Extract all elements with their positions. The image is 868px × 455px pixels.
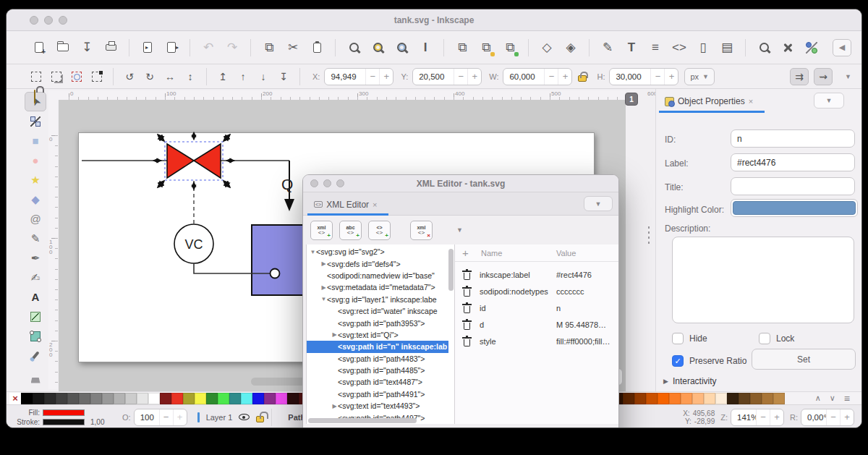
w-minus-button[interactable]: − bbox=[544, 69, 558, 85]
icon-preview-button[interactable]: I bbox=[414, 37, 436, 59]
fill-swatch[interactable] bbox=[43, 409, 85, 416]
palette-swatch[interactable] bbox=[171, 393, 183, 404]
import-document-button[interactable] bbox=[137, 37, 158, 59]
palette-swatch[interactable] bbox=[739, 393, 750, 404]
selection-box-toggle-button[interactable] bbox=[88, 68, 106, 85]
palette-swatch[interactable] bbox=[252, 393, 264, 404]
minimize-button[interactable] bbox=[323, 179, 331, 187]
palette-swatch[interactable] bbox=[715, 393, 727, 404]
tab-xml-editor[interactable]: <> XML Editor × bbox=[307, 195, 384, 213]
lower-button[interactable]: ↓ bbox=[254, 68, 273, 85]
palette-menu-icon[interactable]: ≡ bbox=[844, 393, 850, 404]
close-tab-icon[interactable]: × bbox=[749, 97, 753, 106]
zoom-window-button[interactable] bbox=[336, 179, 344, 187]
raise-button[interactable]: ↑ bbox=[234, 68, 252, 85]
palette-swatch[interactable] bbox=[195, 393, 206, 404]
xml-tree-node[interactable]: <sodipodi:namedview id="base" bbox=[307, 270, 448, 281]
palette-swatch[interactable] bbox=[33, 393, 44, 404]
redo-button[interactable]: ↷ bbox=[221, 37, 243, 59]
palette-swatch[interactable] bbox=[114, 393, 125, 404]
h-plus-button[interactable]: + bbox=[664, 69, 678, 85]
palette-swatch[interactable] bbox=[241, 393, 252, 404]
xml-tree-node[interactable]: ▶<svg:defs id="defs4"> bbox=[307, 258, 448, 269]
attribute-value[interactable]: #rect4476 bbox=[556, 271, 592, 279]
xml-tree-node[interactable]: ▶<svg:text id="Qi"> bbox=[307, 329, 448, 341]
xml-tree-node[interactable]: <svg:path id="path4483"> bbox=[307, 353, 448, 365]
w-plus-button[interactable]: + bbox=[558, 69, 571, 85]
palette-scroll-down-icon[interactable]: ∨ bbox=[830, 394, 835, 403]
snap-controls-button[interactable] bbox=[801, 37, 822, 59]
palette-swatch[interactable] bbox=[669, 393, 681, 404]
palette-scroll-up-icon[interactable]: ∧ bbox=[815, 394, 821, 403]
x-input[interactable] bbox=[325, 72, 365, 81]
unit-selector[interactable]: px▼ bbox=[684, 68, 715, 85]
delete-attribute-icon[interactable] bbox=[464, 323, 470, 330]
set-button[interactable]: Set bbox=[752, 349, 856, 370]
attribute-value[interactable]: M 95.44878… bbox=[556, 320, 606, 329]
xml-dock-menu-button[interactable]: ▼ bbox=[584, 196, 613, 211]
sensor-node[interactable] bbox=[271, 269, 280, 278]
delete-attribute-icon[interactable] bbox=[464, 339, 470, 346]
palette-swatch[interactable] bbox=[704, 393, 715, 404]
attribute-row[interactable]: dM 95.44878… bbox=[455, 318, 618, 334]
tree-vertical-scrollbar[interactable] bbox=[448, 249, 454, 291]
stroke-swatch[interactable] bbox=[43, 419, 85, 425]
id-input[interactable] bbox=[731, 129, 855, 148]
move-transform-toggle-2[interactable]: ⇝ bbox=[814, 68, 833, 85]
layer-visibility-icon[interactable] bbox=[239, 414, 250, 420]
find-replace-button[interactable] bbox=[753, 37, 775, 59]
opacity-minus-button[interactable]: − bbox=[159, 409, 173, 425]
attribute-name[interactable]: id bbox=[480, 304, 486, 312]
select-all-button[interactable] bbox=[27, 68, 46, 85]
duplicate-node-button[interactable]: <><>+ bbox=[368, 221, 391, 240]
palette-swatch[interactable] bbox=[218, 393, 229, 404]
dropper-tool[interactable] bbox=[25, 346, 46, 365]
delete-attribute-icon[interactable] bbox=[464, 289, 470, 297]
h-input[interactable] bbox=[610, 72, 650, 81]
rotate-cw-button[interactable]: ↻ bbox=[140, 68, 159, 85]
q-label[interactable]: Q bbox=[281, 176, 293, 192]
close-tab-icon[interactable]: × bbox=[373, 200, 377, 209]
minimize-button[interactable] bbox=[44, 16, 53, 25]
deselect-button[interactable] bbox=[67, 68, 86, 85]
unlink-clone-button[interactable]: ⧉ bbox=[499, 37, 521, 59]
palette-swatch[interactable] bbox=[762, 393, 773, 404]
xml-tree-node[interactable]: <svg:path id="path4485"> bbox=[307, 365, 448, 376]
zoom-drawing-button[interactable] bbox=[367, 37, 388, 59]
zoom-input[interactable] bbox=[731, 413, 756, 422]
palette-swatch[interactable] bbox=[21, 393, 33, 404]
calligraphy-tool[interactable]: ✍ bbox=[25, 268, 46, 287]
opacity-plus-button[interactable]: + bbox=[173, 409, 187, 425]
valve-left-triangle[interactable] bbox=[167, 144, 194, 178]
palette-swatch[interactable] bbox=[206, 393, 218, 404]
palette-swatch[interactable] bbox=[160, 393, 171, 404]
attribute-name[interactable]: d bbox=[480, 320, 484, 329]
rotation-plus-button[interactable]: + bbox=[840, 409, 854, 425]
node-tool[interactable] bbox=[25, 111, 46, 131]
lock-ratio-icon[interactable] bbox=[578, 75, 587, 82]
align-distribute-dialog-button[interactable]: ≡ bbox=[644, 37, 666, 59]
no-color-swatch[interactable]: × bbox=[9, 393, 21, 404]
box3d-tool[interactable]: ◆ bbox=[25, 190, 46, 209]
attribute-value[interactable]: fill:#ff0000;fill… bbox=[556, 337, 610, 346]
attribute-value[interactable]: n bbox=[556, 304, 561, 312]
new-element-node-button[interactable]: xml<>+ bbox=[310, 221, 333, 240]
zoom-minus-button[interactable]: − bbox=[756, 409, 770, 425]
expander-open-icon[interactable]: ▼ bbox=[320, 296, 327, 302]
xml-editor-dialog-button[interactable]: <> bbox=[668, 37, 690, 59]
select-all-layers-button[interactable] bbox=[47, 68, 66, 85]
rotation-minus-button[interactable]: − bbox=[826, 409, 840, 425]
document-properties-dialog-button[interactable]: ▯ bbox=[692, 37, 714, 59]
layers-dialog-button[interactable]: ▤ bbox=[716, 37, 738, 59]
zoom-window-button[interactable] bbox=[59, 16, 67, 25]
palette-swatch[interactable] bbox=[634, 393, 646, 404]
hide-checkbox[interactable] bbox=[672, 333, 684, 344]
palette-swatch[interactable] bbox=[229, 393, 241, 404]
title-input[interactable] bbox=[731, 177, 855, 195]
palette-swatch[interactable] bbox=[67, 393, 79, 404]
delete-attribute-icon[interactable] bbox=[464, 306, 470, 313]
label-input[interactable] bbox=[731, 153, 855, 171]
xml-toolbar-overflow-chevron[interactable]: ▼ bbox=[456, 226, 463, 234]
open-document-button[interactable] bbox=[52, 37, 74, 59]
create-clone-button[interactable]: ⧉ bbox=[475, 37, 497, 59]
